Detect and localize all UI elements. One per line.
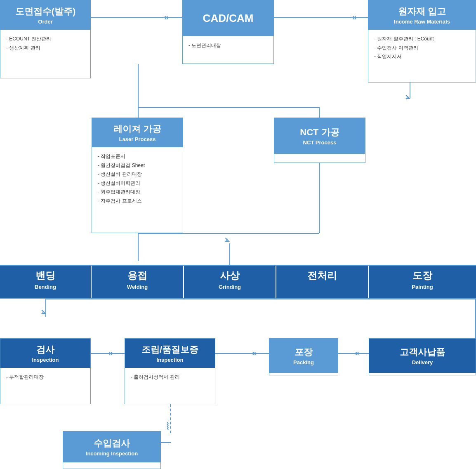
laser-korean: 레이져 가공 (95, 123, 179, 135)
raw-material-body: - 원자재 발주관리 : ECount - 수입검사 이력관리 - 작업지시서 (368, 30, 476, 66)
packing-header: 포장 Packing (269, 339, 338, 373)
raw-material-box: 원자재 입고 Income Raw Materials - 원자재 발주관리 :… (368, 0, 476, 82)
arrow-bending-down: ⦛ (41, 306, 46, 316)
laser-item-3: - 생산설비 관리대장 (98, 170, 177, 179)
assembly-box: 조립/품질보증 Inspection - 출하검사성적서 관리 (125, 338, 215, 404)
cadcam-korean: CAD/CAM (186, 12, 270, 25)
pretreatment-box: 전처리 (276, 265, 368, 298)
assembly-header: 조립/품질보증 Inspection (125, 339, 215, 368)
delivery-korean: 고객사납품 (372, 346, 472, 358)
grinding-korean: 사상 (184, 265, 276, 282)
arrow-assembly-packing: » (252, 348, 257, 358)
raw-item-3: - 작업지시서 (374, 52, 470, 61)
welding-box: 용접 Welding (92, 265, 183, 298)
raw-item-1: - 원자재 발주관리 : ECount (374, 35, 470, 44)
cadcam-box: CAD/CAM - 도면관리대장 (182, 0, 274, 64)
assembly-body: - 출하검사성적서 관리 (125, 368, 215, 387)
incoming-box: 수입검사 Incoming Inspection (63, 431, 161, 469)
incoming-korean: 수입검사 (66, 437, 157, 450)
arrow-middle-down: ⦛ (225, 234, 229, 244)
arrow-inspection-assembly: » (108, 348, 113, 358)
order-header: 도면접수(발주) Order (0, 0, 90, 30)
packing-box: 포장 Packing (269, 338, 338, 375)
delivery-box: 고객사납품 Delivery (369, 338, 476, 375)
raw-korean: 원자재 입고 (372, 5, 472, 18)
welding-english: Welding (92, 284, 183, 290)
flow-diagram: 도면접수(발주) Order - ECOUNT 전산관리 - 생산계획 관리 »… (0, 0, 476, 469)
raw-item-2: - 수입검사 이력관리 (374, 44, 470, 53)
arrow-raw-down: ⦛ (405, 92, 410, 101)
grinding-english: Grinding (184, 284, 276, 290)
cadcam-item-1: - 도면관리대장 (189, 41, 268, 50)
cadcam-header: CAD/CAM (183, 0, 273, 36)
welding-korean: 용접 (92, 265, 183, 282)
grinding-box: 사상 Grinding (184, 265, 276, 298)
delivery-english: Delivery (372, 359, 472, 365)
arrow-order-cadcam: » (164, 12, 169, 22)
laser-item-4: - 생산설비이력관리 (98, 179, 177, 188)
pretreatment-korean: 전처리 (276, 265, 368, 282)
inspection-box: 검사 Inspection - 부적합관리대장 (0, 338, 91, 404)
inspection-korean: 검사 (4, 344, 87, 356)
incoming-english: Incoming Inspection (66, 450, 157, 457)
laser-item-6: - 자주검사 프로세스 (98, 197, 177, 206)
laser-box: 레이져 가공 Laser Process - 작업표준서 - 월간장비점검 Sh… (92, 118, 183, 233)
order-korean: 도면접수(발주) (4, 5, 87, 18)
inspection-english: Inspection (4, 357, 87, 363)
arrow-packing-delivery: « (355, 348, 359, 358)
delivery-header: 고객사납품 Delivery (369, 339, 476, 373)
order-item-1: - ECOUNT 전산관리 (6, 35, 85, 44)
nct-box: NCT 가공 NCT Process (274, 118, 365, 163)
painting-korean: 도장 (369, 265, 476, 282)
order-item-2: - 생산계획 관리 (6, 44, 85, 53)
order-box: 도면접수(발주) Order - ECOUNT 전산관리 - 생산계획 관리 (0, 0, 91, 78)
laser-item-1: - 작업표준서 (98, 152, 177, 161)
order-body: - ECOUNT 전산관리 - 생산계획 관리 (0, 30, 90, 57)
raw-english: Income Raw Materials (372, 19, 472, 25)
assembly-item-1: - 출하검사성적서 관리 (131, 373, 209, 382)
laser-header: 레이져 가공 Laser Process (92, 118, 183, 147)
painting-english: Painting (369, 284, 476, 290)
bending-english: Bending (0, 284, 91, 290)
arrow-up-to-assembly: ⦚ (166, 422, 170, 431)
assembly-english: Inspection (128, 357, 212, 363)
packing-english: Packing (273, 359, 335, 365)
raw-material-header: 원자재 입고 Income Raw Materials (368, 0, 476, 30)
laser-item-5: - 외주업체관리대장 (98, 188, 177, 197)
inspection-item-1: - 부적합관리대장 (6, 373, 85, 382)
arrow-cadcam-raw: » (352, 12, 357, 22)
packing-korean: 포장 (273, 346, 335, 358)
order-english: Order (4, 19, 87, 25)
inspection-body: - 부적합관리대장 (0, 368, 90, 387)
inspection-header: 검사 Inspection (0, 339, 90, 368)
nct-header: NCT 가공 NCT Process (274, 118, 365, 154)
assembly-korean: 조립/품질보증 (128, 344, 212, 356)
bending-box: 밴딩 Bending (0, 265, 91, 298)
incoming-header: 수입검사 Incoming Inspection (63, 431, 160, 462)
nct-korean: NCT 가공 (278, 126, 362, 139)
cadcam-body: - 도면관리대장 (183, 36, 273, 55)
laser-english: Laser Process (95, 136, 179, 142)
painting-box: 도장 Painting (369, 265, 476, 298)
laser-body: - 작업표준서 - 월간장비점검 Sheet - 생산설비 관리대장 - 생산설… (92, 147, 183, 211)
laser-item-2: - 월간장비점검 Sheet (98, 161, 177, 170)
bending-korean: 밴딩 (0, 265, 91, 282)
nct-english: NCT Process (278, 139, 362, 146)
